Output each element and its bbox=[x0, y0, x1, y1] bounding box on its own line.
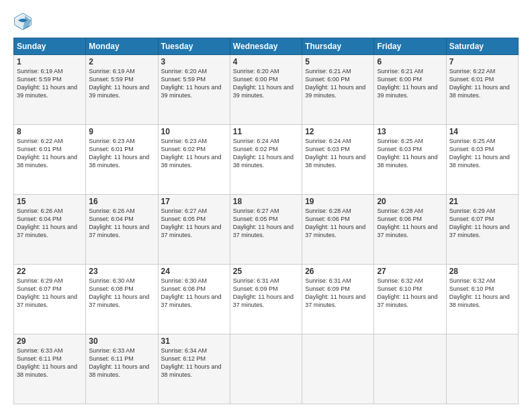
day-number: 30 bbox=[89, 336, 154, 346]
day-number: 10 bbox=[161, 127, 227, 136]
day-number: 5 bbox=[305, 57, 371, 66]
calendar-day-header: Sunday bbox=[14, 38, 86, 55]
calendar-cell: 25Sunrise: 6:31 AMSunset: 6:09 PMDayligh… bbox=[230, 265, 302, 334]
cell-info: Sunrise: 6:20 AMSunset: 5:59 PMDaylight:… bbox=[161, 68, 222, 99]
cell-info: Sunrise: 6:30 AMSunset: 6:08 PMDaylight:… bbox=[161, 277, 222, 308]
calendar-day-header: Thursday bbox=[302, 38, 374, 55]
calendar-cell: 20Sunrise: 6:28 AMSunset: 6:06 PMDayligh… bbox=[374, 195, 446, 265]
calendar-header-row: SundayMondayTuesdayWednesdayThursdayFrid… bbox=[14, 38, 519, 55]
logo bbox=[13, 12, 35, 31]
day-number: 7 bbox=[449, 57, 515, 66]
day-number: 12 bbox=[305, 127, 371, 136]
calendar-cell: 28Sunrise: 6:32 AMSunset: 6:10 PMDayligh… bbox=[446, 265, 518, 334]
calendar-cell: 13Sunrise: 6:25 AMSunset: 6:03 PMDayligh… bbox=[374, 125, 446, 195]
cell-info: Sunrise: 6:19 AMSunset: 5:59 PMDaylight:… bbox=[17, 68, 77, 99]
cell-info: Sunrise: 6:31 AMSunset: 6:09 PMDaylight:… bbox=[233, 277, 294, 308]
cell-info: Sunrise: 6:23 AMSunset: 6:01 PMDaylight:… bbox=[89, 138, 149, 169]
cell-info: Sunrise: 6:29 AMSunset: 6:07 PMDaylight:… bbox=[17, 277, 77, 308]
cell-info: Sunrise: 6:21 AMSunset: 6:00 PMDaylight:… bbox=[305, 68, 365, 99]
calendar-cell: 2Sunrise: 6:19 AMSunset: 5:59 PMDaylight… bbox=[86, 55, 158, 125]
cell-info: Sunrise: 6:28 AMSunset: 6:06 PMDaylight:… bbox=[305, 208, 365, 238]
day-number: 16 bbox=[89, 197, 154, 206]
cell-info: Sunrise: 6:33 AMSunset: 6:11 PMDaylight:… bbox=[89, 347, 149, 378]
day-number: 9 bbox=[89, 127, 154, 136]
day-number: 3 bbox=[161, 57, 227, 66]
day-number: 6 bbox=[377, 57, 443, 66]
day-number: 25 bbox=[233, 267, 299, 276]
cell-info: Sunrise: 6:22 AMSunset: 6:01 PMDaylight:… bbox=[17, 138, 77, 169]
calendar-week-row: 1Sunrise: 6:19 AMSunset: 5:59 PMDaylight… bbox=[14, 55, 519, 125]
cell-info: Sunrise: 6:27 AMSunset: 6:05 PMDaylight:… bbox=[233, 208, 294, 238]
calendar-cell: 12Sunrise: 6:24 AMSunset: 6:03 PMDayligh… bbox=[302, 125, 374, 195]
calendar-cell: 19Sunrise: 6:28 AMSunset: 6:06 PMDayligh… bbox=[302, 195, 374, 265]
cell-info: Sunrise: 6:31 AMSunset: 6:09 PMDaylight:… bbox=[305, 277, 365, 308]
cell-info: Sunrise: 6:24 AMSunset: 6:03 PMDaylight:… bbox=[305, 138, 365, 169]
calendar-cell: 3Sunrise: 6:20 AMSunset: 5:59 PMDaylight… bbox=[158, 55, 230, 125]
calendar-cell: 4Sunrise: 6:20 AMSunset: 6:00 PMDaylight… bbox=[230, 55, 302, 125]
calendar-cell: 10Sunrise: 6:23 AMSunset: 6:02 PMDayligh… bbox=[158, 125, 230, 195]
day-number: 24 bbox=[161, 267, 227, 276]
cell-info: Sunrise: 6:21 AMSunset: 6:00 PMDaylight:… bbox=[377, 68, 437, 99]
day-number: 23 bbox=[89, 267, 154, 276]
calendar-week-row: 29Sunrise: 6:33 AMSunset: 6:11 PMDayligh… bbox=[14, 334, 519, 404]
cell-info: Sunrise: 6:26 AMSunset: 6:04 PMDaylight:… bbox=[17, 208, 77, 238]
day-number: 13 bbox=[377, 127, 443, 136]
calendar-cell: 11Sunrise: 6:24 AMSunset: 6:02 PMDayligh… bbox=[230, 125, 302, 195]
day-number: 29 bbox=[17, 336, 83, 346]
calendar-table: SundayMondayTuesdayWednesdayThursdayFrid… bbox=[13, 38, 519, 404]
calendar-cell: 15Sunrise: 6:26 AMSunset: 6:04 PMDayligh… bbox=[14, 195, 86, 265]
calendar-cell bbox=[302, 334, 374, 404]
day-number: 27 bbox=[377, 267, 443, 276]
calendar-day-header: Saturday bbox=[446, 38, 518, 55]
calendar-cell: 16Sunrise: 6:26 AMSunset: 6:04 PMDayligh… bbox=[86, 195, 158, 265]
day-number: 2 bbox=[89, 57, 154, 66]
day-number: 20 bbox=[377, 197, 443, 206]
calendar-cell: 5Sunrise: 6:21 AMSunset: 6:00 PMDaylight… bbox=[302, 55, 374, 125]
calendar-cell: 29Sunrise: 6:33 AMSunset: 6:11 PMDayligh… bbox=[14, 334, 86, 404]
day-number: 4 bbox=[233, 57, 299, 66]
calendar-cell bbox=[446, 334, 518, 404]
cell-info: Sunrise: 6:27 AMSunset: 6:05 PMDaylight:… bbox=[161, 208, 222, 238]
page: SundayMondayTuesdayWednesdayThursdayFrid… bbox=[0, 0, 532, 411]
calendar-cell: 31Sunrise: 6:34 AMSunset: 6:12 PMDayligh… bbox=[158, 334, 230, 404]
cell-info: Sunrise: 6:29 AMSunset: 6:07 PMDaylight:… bbox=[449, 208, 510, 238]
calendar-cell: 24Sunrise: 6:30 AMSunset: 6:08 PMDayligh… bbox=[158, 265, 230, 334]
day-number: 14 bbox=[449, 127, 515, 136]
calendar-cell: 6Sunrise: 6:21 AMSunset: 6:00 PMDaylight… bbox=[374, 55, 446, 125]
cell-info: Sunrise: 6:30 AMSunset: 6:08 PMDaylight:… bbox=[89, 277, 149, 308]
day-number: 15 bbox=[17, 197, 83, 206]
cell-info: Sunrise: 6:25 AMSunset: 6:03 PMDaylight:… bbox=[377, 138, 437, 169]
calendar-cell: 1Sunrise: 6:19 AMSunset: 5:59 PMDaylight… bbox=[14, 55, 86, 125]
day-number: 22 bbox=[17, 267, 83, 276]
calendar-day-header: Monday bbox=[86, 38, 158, 55]
cell-info: Sunrise: 6:26 AMSunset: 6:04 PMDaylight:… bbox=[89, 208, 149, 238]
calendar-cell: 8Sunrise: 6:22 AMSunset: 6:01 PMDaylight… bbox=[14, 125, 86, 195]
calendar-cell: 18Sunrise: 6:27 AMSunset: 6:05 PMDayligh… bbox=[230, 195, 302, 265]
day-number: 1 bbox=[17, 57, 83, 66]
calendar-cell: 9Sunrise: 6:23 AMSunset: 6:01 PMDaylight… bbox=[86, 125, 158, 195]
calendar-day-header: Tuesday bbox=[158, 38, 230, 55]
logo-icon bbox=[13, 12, 32, 31]
header bbox=[13, 12, 519, 31]
calendar-cell: 22Sunrise: 6:29 AMSunset: 6:07 PMDayligh… bbox=[14, 265, 86, 334]
cell-info: Sunrise: 6:34 AMSunset: 6:12 PMDaylight:… bbox=[161, 347, 222, 378]
cell-info: Sunrise: 6:24 AMSunset: 6:02 PMDaylight:… bbox=[233, 138, 294, 169]
calendar-week-row: 15Sunrise: 6:26 AMSunset: 6:04 PMDayligh… bbox=[14, 195, 519, 265]
calendar-cell bbox=[230, 334, 302, 404]
calendar-day-header: Wednesday bbox=[230, 38, 302, 55]
day-number: 31 bbox=[161, 336, 227, 346]
day-number: 17 bbox=[161, 197, 227, 206]
day-number: 8 bbox=[17, 127, 83, 136]
cell-info: Sunrise: 6:32 AMSunset: 6:10 PMDaylight:… bbox=[449, 277, 510, 308]
calendar-cell: 14Sunrise: 6:25 AMSunset: 6:03 PMDayligh… bbox=[446, 125, 518, 195]
day-number: 28 bbox=[449, 267, 515, 276]
day-number: 19 bbox=[305, 197, 371, 206]
cell-info: Sunrise: 6:22 AMSunset: 6:01 PMDaylight:… bbox=[449, 68, 510, 99]
day-number: 26 bbox=[305, 267, 371, 276]
calendar-cell: 23Sunrise: 6:30 AMSunset: 6:08 PMDayligh… bbox=[86, 265, 158, 334]
cell-info: Sunrise: 6:28 AMSunset: 6:06 PMDaylight:… bbox=[377, 208, 437, 238]
cell-info: Sunrise: 6:19 AMSunset: 5:59 PMDaylight:… bbox=[89, 68, 149, 99]
calendar-cell: 7Sunrise: 6:22 AMSunset: 6:01 PMDaylight… bbox=[446, 55, 518, 125]
cell-info: Sunrise: 6:20 AMSunset: 6:00 PMDaylight:… bbox=[233, 68, 294, 99]
calendar-cell: 26Sunrise: 6:31 AMSunset: 6:09 PMDayligh… bbox=[302, 265, 374, 334]
